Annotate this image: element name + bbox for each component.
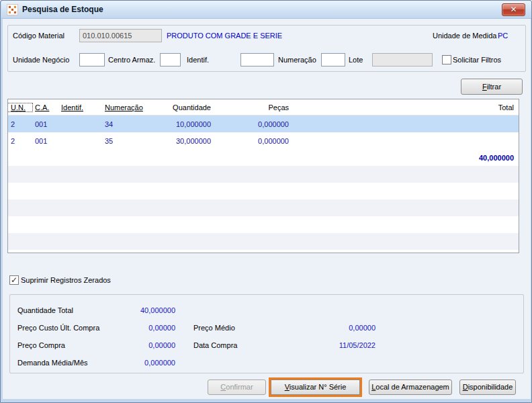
produto-descricao: PRODUTO COM GRADE E SERIE <box>167 29 282 42</box>
unidade-negocio-label: Unidade Negócio <box>13 53 69 66</box>
lote-label: Lote <box>349 53 363 66</box>
empty-row <box>8 216 519 233</box>
suprimir-registros-label: Suprimir Registros Zerados <box>21 273 111 287</box>
numeracao-input[interactable] <box>321 53 345 66</box>
unidade-medida-label: Unidade de Medida <box>433 29 496 42</box>
preco-custo-value: 0,00000 <box>95 321 175 334</box>
column-header-ca[interactable]: C.A. <box>32 103 58 111</box>
quantidade-total-value: 40,000000 <box>95 304 175 317</box>
filtrar-button[interactable]: Filtrar <box>461 79 523 95</box>
visualizar-serie-button[interactable]: Visualizar N° Série <box>271 379 360 395</box>
disponibilidade-rest: isponibilidade <box>468 383 513 391</box>
centro-armaz-label: Centro Armaz. <box>108 53 155 66</box>
preco-compra-label: Preço Compra <box>17 339 65 352</box>
solicitar-filtros-checkbox[interactable] <box>442 55 451 64</box>
suprimir-registros-checkbox[interactable]: ✓ <box>9 275 19 285</box>
confirmar-button[interactable]: Confirmar <box>208 379 266 395</box>
empty-row <box>8 199 519 216</box>
data-compra-value: 11/05/2022 <box>290 339 375 352</box>
demanda-media-label: Demanda Média/Mês <box>17 356 88 369</box>
titlebar: Pesquisa de Estoque ✕ <box>1 1 531 19</box>
local-armazenagem-button[interactable]: Local de Armazenagem <box>369 379 452 395</box>
codigo-material-label: Código Material <box>13 29 64 42</box>
column-header-quantidade: Quantidade <box>146 103 215 111</box>
results-table: U.N. C.A. Identif. Numeração Quantidade … <box>7 99 519 253</box>
column-header-total: Total <box>296 103 519 111</box>
preco-medio-value: 0,00000 <box>290 321 375 334</box>
preco-custo-label: Preço Custo Últ. Compra <box>17 321 99 334</box>
cell-pecas: 0,000000 <box>215 137 296 145</box>
cell-ca: 001 <box>32 120 58 128</box>
filtrar-accel: F <box>482 83 487 91</box>
visualizar-accel: V <box>285 383 290 391</box>
dialog-pesquisa-de-estoque: Pesquisa de Estoque ✕ Código Material PR… <box>0 0 532 403</box>
table-total-row: 40,000000 <box>8 149 519 166</box>
table-row[interactable]: 2 001 34 10,000000 0,000000 <box>8 116 519 132</box>
preco-medio-label: Preço Médio <box>193 321 235 334</box>
filtrar-rest: iltrar <box>487 83 501 91</box>
cell-numeracao: 35 <box>102 137 146 145</box>
cell-quantidade: 30,000000 <box>146 137 215 145</box>
disponibilidade-button[interactable]: Disponibilidade <box>459 379 516 395</box>
column-header-un[interactable]: U.N. <box>8 103 32 111</box>
centro-armaz-input[interactable] <box>160 53 181 66</box>
identif-label: Identif. <box>187 53 209 66</box>
table-row[interactable]: 2 001 35 30,000000 0,000000 <box>8 132 519 149</box>
empty-row <box>8 233 519 250</box>
cell-ca: 001 <box>32 137 58 145</box>
unidade-medida-value: PC <box>498 29 508 42</box>
close-icon: ✕ <box>510 5 517 14</box>
local-rest: ocal de Armazenagem <box>375 383 449 391</box>
column-header-identif[interactable]: Identif. <box>58 103 102 111</box>
annotation-highlight: Visualizar N° Série <box>269 377 362 397</box>
preco-compra-value: 0,00000 <box>95 339 175 352</box>
visualizar-rest: isualizar N° Série <box>290 383 346 391</box>
lote-input[interactable] <box>372 53 433 66</box>
unidade-negocio-input[interactable] <box>79 53 105 66</box>
data-compra-label: Data Compra <box>193 339 237 352</box>
check-icon: ✓ <box>10 276 18 284</box>
cell-numeracao: 34 <box>102 120 146 128</box>
cell-un: 2 <box>8 137 32 145</box>
confirmar-rest: onfirmar <box>226 383 253 391</box>
empty-row <box>8 183 519 199</box>
empty-row <box>8 166 519 183</box>
disponibilidade-accel: D <box>463 383 468 391</box>
numeracao-label: Numeração <box>278 53 316 66</box>
window-title: Pesquisa de Estoque <box>22 5 103 14</box>
codigo-material-input[interactable] <box>79 29 162 42</box>
demanda-media-value: 0,000000 <box>95 356 175 369</box>
table-header-row: U.N. C.A. Identif. Numeração Quantidade … <box>8 99 519 116</box>
app-icon <box>7 4 18 15</box>
solicitar-filtros-label: Solicitar Filtros <box>453 53 501 66</box>
cell-quantidade: 10,000000 <box>146 120 215 128</box>
cell-un: 2 <box>8 120 32 128</box>
close-button[interactable]: ✕ <box>502 3 525 16</box>
quantidade-total-label: Quantidade Total <box>17 304 73 317</box>
identif-input[interactable] <box>240 53 274 66</box>
table-total-value: 40,000000 <box>296 154 519 162</box>
cell-pecas: 0,000000 <box>215 120 296 128</box>
column-header-pecas: Peças <box>215 103 296 111</box>
column-header-numeracao[interactable]: Numeração <box>102 103 146 111</box>
